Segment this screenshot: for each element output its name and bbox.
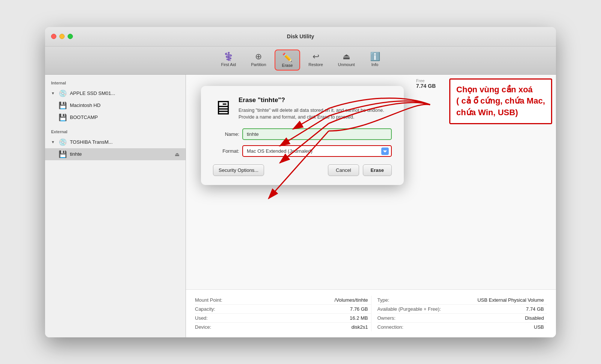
restore-icon: ↩	[313, 52, 319, 62]
format-select[interactable]: Mac OS Extended (Journaled) Mac OS Exten…	[243, 146, 391, 156]
info-icon: ℹ️	[370, 52, 380, 62]
sidebar-item-label: BOOTCAMP	[70, 114, 98, 120]
first-aid-icon: ⚕️	[223, 52, 234, 62]
window-title: Disk Utility	[287, 33, 314, 39]
security-options-button[interactable]: Security Options...	[213, 164, 264, 176]
btn-group: Cancel Erase	[328, 164, 392, 176]
first-aid-button[interactable]: ⚕️ First Aid	[214, 50, 243, 71]
internal-disk-icon: 💿	[59, 89, 67, 98]
modal-disk-icon: 🖥	[213, 96, 233, 119]
close-button[interactable]	[51, 34, 56, 39]
modal-buttons: Security Options... Cancel Erase	[213, 164, 392, 176]
name-label: Name:	[213, 131, 239, 137]
external-disk-icon: 💿	[59, 138, 67, 146]
sidebar-item-label: tinhte	[70, 151, 82, 157]
restore-button[interactable]: ↩ Restore	[302, 50, 330, 71]
volume-icon: 💾	[59, 113, 67, 122]
volume-icon: 💾	[59, 101, 67, 110]
name-row: Name:	[213, 128, 392, 140]
cancel-button[interactable]: Cancel	[328, 164, 359, 176]
format-select-wrapper: Mac OS Extended (Journaled) Mac OS Exten…	[242, 145, 392, 157]
unmount-icon: ⏏	[343, 52, 350, 62]
main-content: Internal ▼ 💿 APPLE SSD SM01... 💾 Macinto…	[45, 75, 556, 337]
annotation-text: Chọn vùng cần xoá( cả ổ cứng, chứa Mac,c…	[456, 84, 545, 119]
traffic-lights	[51, 34, 73, 39]
name-input[interactable]	[242, 128, 392, 140]
erase-button[interactable]: ✏️ Erase	[275, 50, 300, 71]
sidebar-item-label: TOSHIBA TransM...	[70, 139, 113, 145]
title-bar: Disk Utility	[45, 27, 556, 47]
info-button[interactable]: ℹ️ Info	[363, 50, 387, 71]
eject-icon[interactable]: ⏏	[175, 151, 180, 157]
sidebar: Internal ▼ 💿 APPLE SSD SM01... 💾 Macinto…	[45, 75, 186, 337]
annotation-box: Chọn vùng cần xoá( cả ổ cứng, chứa Mac,c…	[449, 78, 552, 124]
volume-icon: 💾	[59, 150, 67, 158]
erase-dialog: 🖥 Erase "tinhte"? Erasing "tinhte" will …	[201, 86, 404, 185]
minimize-button[interactable]	[59, 34, 65, 39]
app-window: Disk Utility ⚕️ First Aid ⊕ Partition ✏️…	[45, 27, 556, 337]
partition-button[interactable]: ⊕ Partition	[244, 50, 273, 71]
external-section-label: External	[45, 128, 186, 136]
sidebar-item-apple-ssd[interactable]: ▼ 💿 APPLE SSD SM01...	[45, 87, 186, 99]
format-row: Format: Mac OS Extended (Journaled) Mac …	[213, 145, 392, 157]
modal-form: Name: Format: Mac OS Extended (Journaled…	[213, 128, 392, 157]
right-panel: Free 7.74 GB 🖥 Erase "tinhte"? Erasing "…	[186, 75, 556, 337]
chevron-down-icon: ▼	[51, 91, 55, 95]
modal-title: Erase "tinhte"?	[239, 96, 392, 104]
sidebar-item-label: Macintosh HD	[70, 102, 101, 108]
partition-icon: ⊕	[255, 52, 262, 62]
sidebar-item-label: APPLE SSD SM01...	[70, 90, 115, 96]
erase-icon: ✏️	[282, 53, 292, 62]
modal-header: 🖥 Erase "tinhte"? Erasing "tinhte" will …	[213, 96, 392, 121]
toolbar: ⚕️ First Aid ⊕ Partition ✏️ Erase ↩ Rest…	[45, 47, 556, 75]
modal-description: Erasing "tinhte" will delete all data st…	[239, 107, 392, 121]
format-label: Format:	[213, 148, 239, 154]
sidebar-item-macintosh-hd[interactable]: 💾 Macintosh HD	[45, 99, 186, 111]
sidebar-item-bootcamp[interactable]: 💾 BOOTCAMP	[45, 111, 186, 123]
erase-confirm-button[interactable]: Erase	[363, 164, 392, 176]
sidebar-item-tinhte[interactable]: 💾 tinhte ⏏	[45, 148, 186, 160]
sidebar-item-toshiba[interactable]: ▼ 💿 TOSHIBA TransM...	[45, 136, 186, 148]
modal-header-text: Erase "tinhte"? Erasing "tinhte" will de…	[239, 96, 392, 121]
chevron-down-icon: ▼	[51, 140, 55, 144]
internal-section-label: Internal	[45, 79, 186, 87]
unmount-button[interactable]: ⏏ Unmount	[331, 50, 362, 71]
maximize-button[interactable]	[68, 34, 73, 39]
